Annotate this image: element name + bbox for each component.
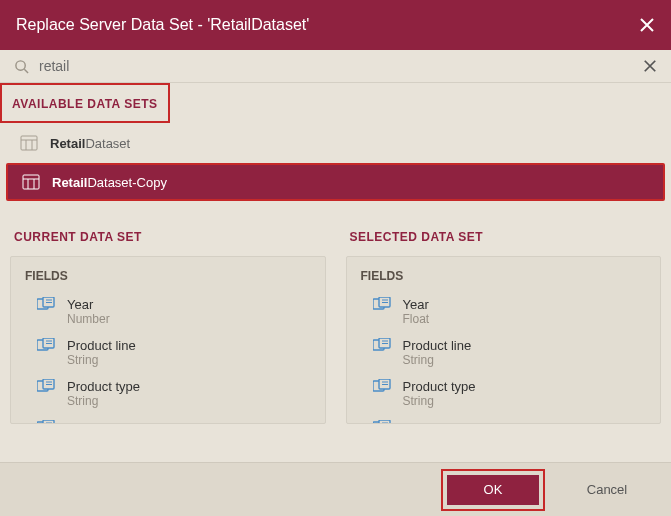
field-icon [37, 297, 55, 311]
dataset-icon [22, 174, 40, 190]
field-row[interactable]: Product typeString [347, 375, 661, 416]
titlebar: Replace Server Data Set - 'RetailDataset… [0, 0, 671, 50]
field-icon [373, 379, 391, 393]
fields-header: FIELDS [347, 257, 661, 293]
svg-rect-2 [23, 175, 39, 189]
field-type: Number [67, 312, 110, 326]
svg-point-0 [16, 60, 25, 69]
search-input[interactable] [39, 58, 633, 74]
field-row[interactable]: Product [347, 416, 661, 424]
field-type: String [67, 353, 136, 367]
field-name: Product [403, 420, 448, 424]
field-row[interactable]: YearNumber [11, 293, 325, 334]
field-type: String [67, 394, 140, 408]
search-icon [14, 59, 29, 74]
field-name: Year [67, 297, 110, 312]
field-type: String [403, 353, 472, 367]
field-icon [373, 338, 391, 352]
clear-search-icon[interactable] [643, 59, 657, 73]
selected-dataset-column: SELECTED DATA SET FIELDS YearFloatProduc… [346, 220, 662, 424]
current-fields-panel: FIELDS YearNumberProduct lineStringProdu… [10, 256, 326, 424]
dialog-footer: OK Cancel [0, 462, 671, 516]
field-icon [373, 297, 391, 311]
field-type: String [403, 394, 476, 408]
field-row[interactable]: Product lineString [11, 334, 325, 375]
selected-fields-panel: FIELDS YearFloatProduct lineStringProduc… [346, 256, 662, 424]
dataset-label: RetailDataset-Copy [52, 175, 167, 190]
field-text: Product typeString [403, 379, 476, 408]
available-datasets-header: AVAILABLE DATA SETS [0, 83, 170, 123]
field-text: Product [403, 420, 448, 424]
field-list-current: YearNumberProduct lineStringProduct type… [11, 293, 325, 424]
field-row[interactable]: Product typeString [11, 375, 325, 416]
cancel-button[interactable]: Cancel [561, 475, 653, 505]
dialog-title: Replace Server Data Set - 'RetailDataset… [16, 16, 309, 34]
field-text: YearFloat [403, 297, 430, 326]
field-name: Product type [67, 379, 140, 394]
field-name: Year [403, 297, 430, 312]
field-row[interactable]: YearFloat [347, 293, 661, 334]
field-icon [37, 379, 55, 393]
field-text: Product [67, 420, 112, 424]
field-row[interactable]: Product [11, 416, 325, 424]
field-text: Product lineString [403, 338, 472, 367]
ok-button[interactable]: OK [447, 475, 539, 505]
dataset-list: RetailDataset RetailDataset-Copy [0, 126, 671, 214]
close-icon[interactable] [639, 17, 655, 33]
field-icon [37, 338, 55, 352]
field-row[interactable]: Product lineString [347, 334, 661, 375]
svg-rect-10 [43, 420, 54, 424]
dataset-row-selected[interactable]: RetailDataset-Copy [6, 163, 665, 201]
svg-rect-18 [379, 420, 390, 424]
field-text: Product typeString [67, 379, 140, 408]
dataset-icon [20, 135, 38, 151]
current-dataset-column: CURRENT DATA SET FIELDS YearNumberProduc… [10, 220, 326, 424]
field-type: Float [403, 312, 430, 326]
fields-header: FIELDS [11, 257, 325, 293]
field-text: YearNumber [67, 297, 110, 326]
field-icon [373, 420, 391, 424]
field-name: Product line [67, 338, 136, 353]
dataset-row[interactable]: RetailDataset [6, 126, 665, 160]
field-name: Product [67, 420, 112, 424]
selected-dataset-header: SELECTED DATA SET [346, 220, 662, 256]
field-icon [37, 420, 55, 424]
field-name: Product type [403, 379, 476, 394]
field-text: Product lineString [67, 338, 136, 367]
svg-rect-1 [21, 136, 37, 150]
search-bar [0, 50, 671, 83]
current-dataset-header: CURRENT DATA SET [10, 220, 326, 256]
field-name: Product line [403, 338, 472, 353]
field-list-selected: YearFloatProduct lineStringProduct typeS… [347, 293, 661, 424]
dataset-label: RetailDataset [50, 136, 130, 151]
